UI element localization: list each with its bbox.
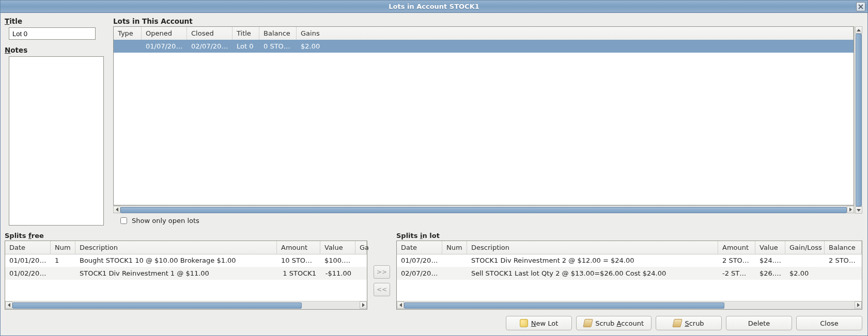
lots-col-closed[interactable]: Closed <box>187 27 233 40</box>
delete-button[interactable]: Delete <box>726 316 792 330</box>
splits-free-row[interactable]: 01/01/2016 1 Bought STOCK1 10 @ $10.00 B… <box>5 254 367 267</box>
lots-hscrollbar[interactable] <box>113 205 854 214</box>
notes-textarea[interactable] <box>9 56 104 226</box>
close-icon <box>858 4 863 9</box>
splits-in-lot-row[interactable]: 02/07/2016 Sell STOCK1 Last lot Qty 2 @ … <box>397 267 862 280</box>
move-to-lot-button[interactable]: >> <box>374 265 390 279</box>
lots-window: Lots in Account STOCK1 Title Notes Lots … <box>0 0 868 336</box>
lots-heading: Lots in This Account <box>113 17 862 25</box>
splits-in-lot-row[interactable]: 01/07/2016 STOCK1 Div Reinvestment 2 @ $… <box>397 254 862 267</box>
inlot-col-amount[interactable]: Amount <box>718 241 755 254</box>
inlot-col-gain[interactable]: Gain/Loss <box>785 241 825 254</box>
free-col-value[interactable]: Value <box>320 241 355 254</box>
new-lot-button[interactable]: New Lot <box>506 316 572 330</box>
broom-icon <box>673 319 683 327</box>
show-only-open-label: Show only open lots <box>132 217 199 225</box>
splits-in-lot-heading: Splits in lot <box>396 232 862 239</box>
scrub-account-button[interactable]: Scrub Account <box>576 316 652 330</box>
inlot-col-date[interactable]: Date <box>397 241 442 254</box>
lots-col-type[interactable]: Type <box>114 27 142 40</box>
lots-col-gains[interactable]: Gains <box>297 27 854 40</box>
lots-col-opened[interactable]: Opened <box>142 27 187 40</box>
close-button[interactable]: Close <box>796 316 862 330</box>
splits-in-lot-hscrollbar[interactable] <box>397 301 862 309</box>
splits-free-heading: Splits free <box>5 232 367 239</box>
lots-col-title[interactable]: Title <box>233 27 259 40</box>
window-title: Lots in Account STOCK1 <box>389 3 479 10</box>
inlot-col-num[interactable]: Num <box>442 241 467 254</box>
move-from-lot-button[interactable]: << <box>374 283 390 296</box>
splits-free-hscrollbar[interactable] <box>5 301 367 309</box>
splits-in-lot-table[interactable]: Date Num Description Amount Value Gain/L… <box>396 241 862 310</box>
free-col-amount[interactable]: Amount <box>277 241 320 254</box>
inlot-col-desc[interactable]: Description <box>467 241 718 254</box>
broom-icon <box>583 319 593 327</box>
free-col-desc[interactable]: Description <box>75 241 277 254</box>
title-label: Title <box>5 17 104 25</box>
notes-label: Notes <box>5 46 104 54</box>
lots-row[interactable]: 01/07/2016 02/07/2016 Lot 0 0 STOCK1 $2.… <box>114 40 854 53</box>
free-col-gain[interactable]: Ga <box>355 241 367 254</box>
titlebar[interactable]: Lots in Account STOCK1 <box>1 1 867 13</box>
inlot-col-value[interactable]: Value <box>755 241 785 254</box>
splits-free-table[interactable]: Date Num Description Amount Value Ga 01/… <box>5 241 367 310</box>
splits-free-row[interactable]: 01/02/2016 STOCK1 Div Reinvestment 1 @ $… <box>5 267 367 280</box>
lots-col-balance[interactable]: Balance <box>259 27 297 40</box>
window-close-button[interactable] <box>856 2 865 11</box>
show-only-open-checkbox[interactable] <box>120 217 127 224</box>
free-col-date[interactable]: Date <box>5 241 51 254</box>
lots-table[interactable]: Type Opened Closed Title Balance Gains 0… <box>113 26 854 205</box>
title-input[interactable] <box>9 27 96 40</box>
scrub-button[interactable]: Scrub <box>656 316 722 330</box>
free-col-num[interactable]: Num <box>51 241 75 254</box>
lots-vscrollbar[interactable] <box>854 26 862 214</box>
inlot-col-balance[interactable]: Balance <box>825 241 862 254</box>
key-icon <box>520 319 528 327</box>
